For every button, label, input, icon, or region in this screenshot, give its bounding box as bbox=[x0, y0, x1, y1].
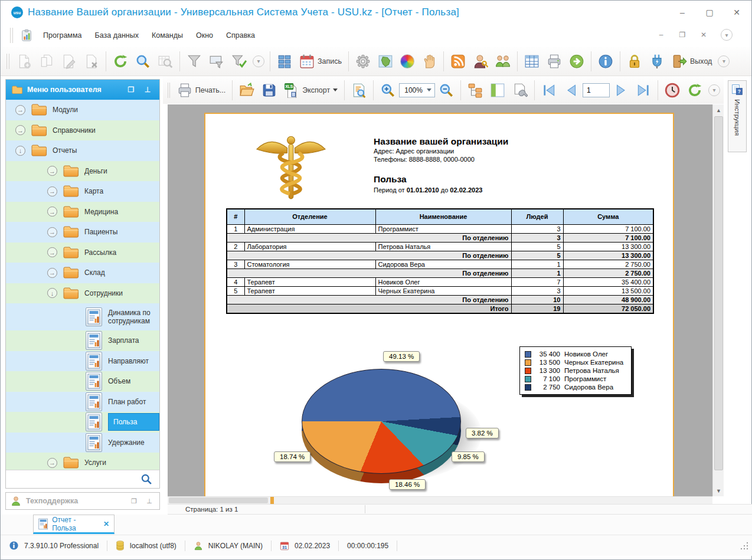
preview-button[interactable] bbox=[348, 78, 370, 102]
tree-item[interactable]: Пациенты bbox=[6, 222, 159, 243]
plug-button[interactable] bbox=[646, 50, 668, 73]
scroll-down-arrow[interactable]: ▼ bbox=[713, 485, 724, 496]
delete-record-button[interactable] bbox=[80, 50, 103, 73]
tree-search-row[interactable] bbox=[6, 470, 159, 488]
mdi-minimize-button[interactable]: – bbox=[655, 29, 668, 41]
toolbar1-grip[interactable] bbox=[6, 54, 9, 69]
menu-item[interactable]: Команды bbox=[145, 28, 189, 43]
filter-panel-button[interactable] bbox=[205, 50, 228, 73]
tree-item[interactable]: Удержание bbox=[6, 433, 159, 453]
search-icon[interactable] bbox=[140, 473, 152, 485]
tree-item[interactable]: Объем bbox=[6, 371, 159, 392]
zoom-level-combo[interactable]: 100% bbox=[399, 83, 435, 97]
expand-arrow-icon[interactable] bbox=[15, 125, 25, 135]
settings-gear-button[interactable] bbox=[352, 50, 374, 73]
refresh-report-button[interactable] bbox=[684, 78, 706, 102]
history-clock-button[interactable] bbox=[661, 78, 684, 102]
menu-item[interactable]: Справка bbox=[220, 28, 261, 43]
vertical-scroll-thumb[interactable] bbox=[714, 116, 723, 470]
expand-arrow-icon[interactable] bbox=[47, 186, 57, 197]
tree-item[interactable]: Склад bbox=[6, 263, 159, 283]
maximize-button[interactable]: ▢ bbox=[701, 5, 718, 19]
lock-button[interactable] bbox=[623, 50, 646, 73]
nav-last-page-button[interactable] bbox=[632, 78, 655, 102]
expand-arrow-icon[interactable] bbox=[47, 247, 57, 257]
pan-hand-button[interactable] bbox=[418, 50, 440, 73]
expand-arrow-icon[interactable] bbox=[47, 268, 57, 278]
print-report-button[interactable]: Печать... bbox=[174, 78, 229, 102]
menu-item[interactable]: Программа bbox=[37, 28, 89, 43]
support-restore-button[interactable]: ❐ bbox=[129, 497, 139, 505]
expand-arrow-icon[interactable] bbox=[47, 207, 57, 217]
export-xls-button[interactable]: XLS Экспорт bbox=[280, 78, 341, 102]
page-setup-button[interactable] bbox=[509, 78, 531, 102]
toolbar2-grip[interactable] bbox=[168, 83, 170, 98]
expand-arrow-icon[interactable] bbox=[47, 288, 57, 298]
filter-group-chevron[interactable]: ▾ bbox=[253, 55, 264, 67]
horizontal-scroll-thumb[interactable] bbox=[169, 497, 268, 503]
mdi-restore-button[interactable]: ❐ bbox=[676, 29, 689, 41]
refresh-button[interactable] bbox=[109, 50, 132, 73]
table-grid-button[interactable] bbox=[521, 50, 543, 73]
menu-grip[interactable] bbox=[10, 28, 13, 43]
zoom-out-button[interactable] bbox=[435, 78, 457, 102]
go-next-button[interactable] bbox=[565, 50, 588, 73]
splitter-handle[interactable] bbox=[270, 497, 274, 504]
tree-item[interactable]: Отчеты bbox=[6, 140, 159, 161]
expand-arrow-icon[interactable] bbox=[47, 458, 57, 468]
color-wheel-button[interactable] bbox=[397, 50, 418, 73]
tree-item[interactable]: Сотрудники bbox=[6, 283, 159, 304]
vertical-scrollbar[interactable]: ▲ ▼ bbox=[712, 104, 724, 496]
nav-next-page-button[interactable] bbox=[610, 78, 632, 102]
nav-prev-page-button[interactable] bbox=[560, 78, 583, 102]
horizontal-scrollbar[interactable] bbox=[168, 496, 712, 504]
search-button[interactable] bbox=[132, 50, 154, 73]
search-in-table-button[interactable] bbox=[154, 50, 176, 73]
tree-item[interactable]: Динамика по сотрудникам bbox=[6, 303, 159, 330]
resize-grip[interactable] bbox=[740, 542, 748, 551]
toolbar2-options-chevron[interactable]: ▾ bbox=[708, 84, 720, 96]
tree-item[interactable]: План работ bbox=[6, 392, 159, 412]
tree-item[interactable]: Зарплата bbox=[6, 330, 159, 351]
filter-apply-button[interactable] bbox=[228, 50, 250, 73]
expand-arrow-icon[interactable] bbox=[15, 146, 25, 156]
tree-item[interactable]: Модули bbox=[6, 100, 159, 120]
minimize-button[interactable]: – bbox=[673, 5, 691, 19]
tree-item[interactable]: Рассылка bbox=[6, 243, 159, 263]
menu-item[interactable]: База данных bbox=[89, 28, 145, 43]
tree-item[interactable]: Направляют bbox=[6, 351, 159, 372]
mdi-close-button[interactable]: ✕ bbox=[697, 29, 710, 41]
user-key-button[interactable] bbox=[469, 50, 492, 73]
page-background-button[interactable] bbox=[486, 78, 509, 102]
tree-item[interactable]: Деньги bbox=[6, 161, 159, 182]
panel-pin-button[interactable]: ⊥ bbox=[142, 86, 153, 94]
tree-item[interactable]: Справочники bbox=[6, 120, 159, 141]
panel-restore-button[interactable]: ❐ bbox=[125, 86, 137, 94]
menubar-options-chevron[interactable]: ▾ bbox=[721, 29, 733, 41]
scroll-up-arrow[interactable]: ▲ bbox=[713, 104, 724, 116]
menu-item[interactable]: Окно bbox=[189, 28, 220, 43]
record-calendar-button[interactable]: Запись bbox=[296, 50, 345, 73]
report-structure-button[interactable] bbox=[464, 78, 486, 102]
support-pin-button[interactable]: ⊥ bbox=[144, 497, 155, 505]
tab-report-polza[interactable]: Отчет - Польза ✕ bbox=[33, 515, 115, 534]
instruction-tab[interactable]: ? Инструкция bbox=[728, 80, 747, 152]
tree-item[interactable]: Карта bbox=[6, 181, 159, 202]
tree-item[interactable]: Польза bbox=[6, 412, 159, 433]
edit-record-button[interactable] bbox=[58, 50, 80, 73]
support-panel[interactable]: Техподдержка ❐ ⊥ bbox=[5, 492, 160, 510]
save-report-button[interactable] bbox=[258, 78, 280, 102]
rss-feed-button[interactable] bbox=[447, 50, 469, 73]
tree-item[interactable]: Медицина bbox=[6, 202, 159, 222]
add-record-button[interactable] bbox=[13, 50, 35, 73]
print-button[interactable] bbox=[543, 50, 565, 73]
expand-arrow-icon[interactable] bbox=[15, 105, 25, 115]
expand-arrow-icon[interactable] bbox=[47, 227, 57, 237]
tab-close-icon[interactable]: ✕ bbox=[103, 520, 109, 528]
expand-arrow-icon[interactable] bbox=[47, 166, 57, 176]
info-button[interactable] bbox=[594, 50, 617, 73]
map-button[interactable] bbox=[374, 50, 397, 73]
close-button[interactable]: ✕ bbox=[728, 5, 746, 19]
zoom-in-button[interactable] bbox=[377, 78, 399, 102]
filter-button[interactable] bbox=[183, 50, 205, 73]
